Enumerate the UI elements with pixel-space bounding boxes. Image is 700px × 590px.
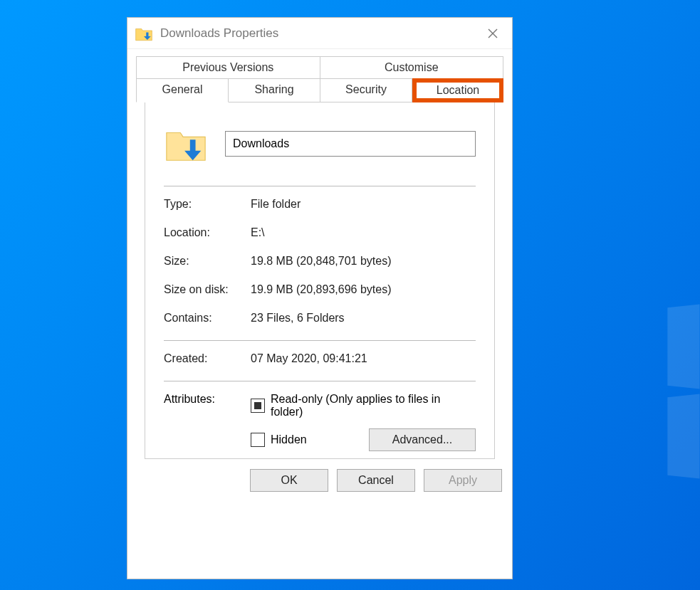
tab-location-highlighted[interactable]: Location bbox=[412, 78, 503, 102]
attributes-label: Attributes: bbox=[164, 393, 248, 406]
close-button[interactable] bbox=[482, 23, 503, 44]
dialog-footer: OK Cancel Apply bbox=[127, 459, 512, 503]
folder-name-input[interactable] bbox=[225, 131, 476, 157]
readonly-label: Read-only (Only applies to files in fold… bbox=[271, 393, 476, 418]
downloads-folder-icon bbox=[135, 24, 153, 43]
folder-large-icon bbox=[164, 122, 208, 166]
type-value: File folder bbox=[251, 198, 476, 211]
location-value: E:\ bbox=[251, 226, 476, 239]
tab-sharing[interactable]: Sharing bbox=[229, 78, 320, 102]
size-on-disk-value: 19.9 MB (20,893,696 bytes) bbox=[251, 283, 476, 296]
divider bbox=[164, 186, 476, 186]
desktop-windows-logo bbox=[666, 306, 700, 477]
created-label: Created: bbox=[164, 352, 248, 365]
tab-security[interactable]: Security bbox=[320, 78, 412, 102]
readonly-checkbox[interactable] bbox=[251, 399, 265, 413]
tab-customise[interactable]: Customise bbox=[320, 56, 504, 79]
advanced-button[interactable]: Advanced... bbox=[369, 428, 476, 451]
hidden-checkbox[interactable] bbox=[251, 433, 265, 447]
contains-label: Contains: bbox=[164, 312, 248, 325]
tab-previous-versions[interactable]: Previous Versions bbox=[136, 56, 320, 79]
type-label: Type: bbox=[164, 198, 248, 211]
size-on-disk-label: Size on disk: bbox=[164, 283, 248, 296]
general-tab-content: Type: File folder Location: E:\ Size: 19… bbox=[145, 102, 495, 459]
hidden-label: Hidden bbox=[271, 433, 307, 446]
titlebar: Downloads Properties bbox=[127, 18, 512, 49]
created-value: 07 May 2020, 09:41:21 bbox=[251, 352, 476, 365]
properties-dialog: Downloads Properties Previous Versions C… bbox=[127, 17, 513, 579]
tab-general[interactable]: General bbox=[136, 78, 229, 102]
close-icon bbox=[488, 28, 498, 38]
size-label: Size: bbox=[164, 255, 248, 268]
highlight-annotation: Location bbox=[412, 78, 503, 102]
cancel-button[interactable]: Cancel bbox=[337, 469, 415, 492]
apply-button[interactable]: Apply bbox=[424, 469, 502, 492]
tab-location-label: Location bbox=[437, 84, 480, 96]
divider bbox=[164, 340, 476, 341]
divider bbox=[164, 381, 476, 381]
contains-value: 23 Files, 6 Folders bbox=[251, 312, 476, 325]
tabs: Previous Versions Customise General Shar… bbox=[127, 49, 512, 459]
location-label: Location: bbox=[164, 226, 248, 239]
ok-button[interactable]: OK bbox=[250, 469, 328, 492]
window-title: Downloads Properties bbox=[160, 26, 482, 41]
size-value: 19.8 MB (20,848,701 bytes) bbox=[251, 255, 476, 268]
